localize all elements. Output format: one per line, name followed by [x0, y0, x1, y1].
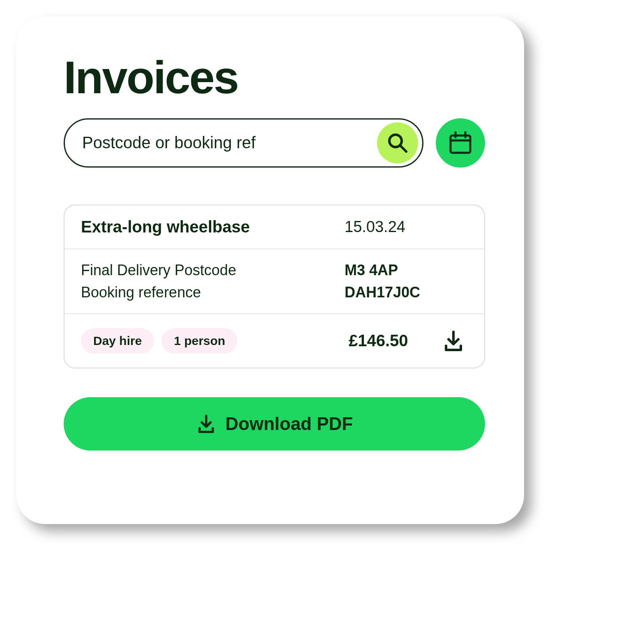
booking-ref-value: DAH17J0C: [345, 284, 468, 301]
download-icon: [196, 414, 216, 434]
invoice-footer-row: Day hire 1 person £146.50: [64, 313, 484, 368]
postcode-value: M3 4AP: [345, 262, 468, 279]
booking-ref-label: Booking reference: [81, 284, 345, 301]
invoice-header-row: Extra-long wheelbase 15.03.24: [64, 205, 484, 248]
search-row: [64, 118, 485, 168]
svg-line-1: [400, 146, 406, 152]
invoice-details-row: Final Delivery Postcode Booking referenc…: [64, 248, 484, 313]
search-icon: [386, 132, 409, 154]
tag-people: 1 person: [161, 328, 237, 354]
search-pill: [64, 118, 423, 168]
download-pdf-button[interactable]: Download PDF: [64, 397, 485, 451]
search-button[interactable]: [377, 122, 418, 163]
calendar-icon: [447, 130, 474, 156]
tag-hire-type: Day hire: [81, 328, 154, 354]
invoice-download-button[interactable]: [439, 327, 468, 355]
calendar-button[interactable]: [436, 118, 485, 168]
invoices-panel: Invoices: [16, 16, 524, 524]
postcode-label: Final Delivery Postcode: [81, 262, 345, 279]
download-pdf-label: Download PDF: [225, 414, 353, 434]
invoice-card: Extra-long wheelbase 15.03.24 Final Deli…: [64, 205, 485, 368]
page-title: Invoices: [64, 53, 485, 102]
invoice-title: Extra-long wheelbase: [81, 218, 345, 236]
invoice-tags: Day hire 1 person: [81, 328, 349, 354]
download-icon: [442, 329, 465, 352]
search-input[interactable]: [81, 133, 372, 152]
svg-rect-2: [451, 136, 470, 153]
invoice-price: £146.50: [349, 331, 439, 350]
invoice-date: 15.03.24: [345, 218, 468, 236]
